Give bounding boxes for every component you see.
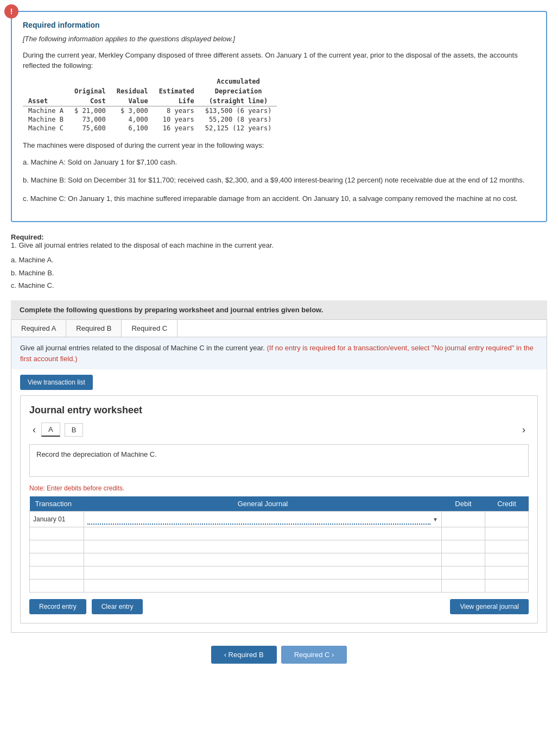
required-machine-b: b. Machine B. (11, 267, 547, 279)
nav-right-arrow[interactable]: › (519, 424, 529, 436)
credit-input-5[interactable] (489, 569, 525, 577)
credit-input-2[interactable] (489, 530, 525, 538)
nav-page-b[interactable]: B (65, 423, 84, 437)
transaction-cell-3 (30, 540, 84, 553)
info-text-main: Give all journal entries related to the … (20, 344, 265, 352)
nav-required-c-button[interactable]: Required C › (281, 646, 347, 664)
tab-info-text: Give all journal entries related to the … (11, 337, 547, 369)
debit-cell-5[interactable] (442, 566, 485, 579)
machine-c-desc: c. Machine C: On January 1, this machine… (23, 192, 535, 205)
general-journal-input-2[interactable] (87, 530, 438, 538)
required-machine-c: c. Machine C. (11, 279, 547, 292)
view-transaction-button[interactable]: View transaction list (20, 375, 93, 390)
nav-page-a[interactable]: A (41, 423, 60, 437)
journal-row-4 (30, 553, 529, 566)
machines-list: a. Machine A: Sold on January 1 for $7,1… (23, 156, 535, 205)
journal-table: Transaction General Journal Debit Credit… (29, 496, 529, 593)
transaction-cell-1: January 01 (30, 512, 84, 527)
instruction-bar: Complete the following questions by prep… (11, 300, 547, 319)
debit-cell-2[interactable] (442, 527, 485, 540)
table-row: Machine A $ 21,000 $ 3,000 8 years $13,5… (23, 106, 277, 115)
tab-required-a[interactable]: Required A (11, 320, 66, 337)
col-header-general-journal: General Journal (84, 496, 442, 512)
info-box-title: Required information (23, 21, 535, 29)
general-journal-cell-6[interactable] (84, 579, 442, 593)
credit-cell-2[interactable] (485, 527, 529, 540)
action-buttons: Record entry Clear entry View general jo… (29, 599, 529, 614)
debit-cell-1[interactable] (442, 512, 485, 527)
debit-cell-3[interactable] (442, 540, 485, 553)
bottom-nav: ‹ Required B Required C › (11, 646, 547, 675)
general-journal-input-3[interactable] (87, 543, 438, 551)
machine-a-desc: a. Machine A: Sold on January 1 for $7,1… (23, 156, 535, 168)
general-journal-input-5[interactable] (87, 569, 438, 577)
transaction-cell-4 (30, 553, 84, 566)
disposal-intro: The machines were disposed of during the… (23, 140, 535, 151)
dropdown-arrow-1[interactable]: ▼ (433, 516, 438, 522)
debit-cell-6[interactable] (442, 579, 485, 593)
debit-input-2[interactable] (445, 530, 481, 538)
table-row: Machine B 73,000 4,000 10 years 55,200 (… (23, 115, 277, 124)
required-question: 1. Give all journal entries related to t… (11, 241, 547, 249)
info-box-intro: During the current year, Merkley Company… (23, 50, 535, 71)
col-header-debit: Debit (442, 496, 485, 512)
col-header-credit: Credit (485, 496, 529, 512)
credit-input-3[interactable] (489, 543, 525, 551)
debit-cell-4[interactable] (442, 553, 485, 566)
general-journal-cell-1[interactable]: ▼ (84, 512, 442, 527)
general-journal-input-6[interactable] (87, 582, 438, 590)
transaction-cell-5 (30, 566, 84, 579)
assets-table: Accumulated Original Residual Estimated … (23, 77, 277, 133)
required-label: Required: (11, 233, 44, 241)
credit-cell-5[interactable] (485, 566, 529, 579)
journal-row-2 (30, 527, 529, 540)
general-journal-input-4[interactable] (87, 556, 438, 564)
exclamation-icon: ! (4, 4, 18, 18)
required-section: Required: 1. Give all journal entries re… (11, 233, 547, 292)
transaction-cell-6 (30, 579, 84, 593)
tab-required-b[interactable]: Required B (66, 320, 122, 337)
credit-input-6[interactable] (489, 582, 525, 590)
journal-row-1: January 01 ▼ (30, 512, 529, 527)
general-journal-cell-5[interactable] (84, 566, 442, 579)
note-text: Note: Enter debits before credits. (29, 484, 529, 492)
tab-required-c[interactable]: Required C (122, 320, 177, 337)
debit-input-1[interactable] (445, 516, 481, 524)
credit-cell-1[interactable] (485, 512, 529, 527)
record-entry-button[interactable]: Record entry (29, 599, 86, 614)
col-header-transaction: Transaction (30, 496, 84, 512)
general-journal-input-1[interactable] (87, 514, 430, 525)
worksheet-title: Journal entry worksheet (29, 405, 529, 416)
journal-row-6 (30, 579, 529, 593)
credit-cell-3[interactable] (485, 540, 529, 553)
debit-input-6[interactable] (445, 582, 481, 590)
view-general-journal-button[interactable]: View general journal (450, 599, 529, 614)
worksheet-nav: ‹ A B › (29, 423, 529, 437)
credit-input-1[interactable] (489, 516, 525, 524)
clear-entry-button[interactable]: Clear entry (92, 599, 143, 614)
instruction-text: Complete the following questions by prep… (20, 306, 323, 314)
nav-left-arrow[interactable]: ‹ (29, 424, 39, 436)
machine-b-desc: b. Machine B: Sold on December 31 for $1… (23, 174, 535, 186)
debit-input-3[interactable] (445, 543, 481, 551)
general-journal-cell-3[interactable] (84, 540, 442, 553)
required-machine-a: a. Machine A. (11, 254, 547, 266)
journal-row-5 (30, 566, 529, 579)
description-box: Record the depreciation of Machine C. (29, 444, 529, 477)
info-box: ! Required information [The following in… (11, 11, 547, 222)
description-text: Record the depreciation of Machine C. (36, 450, 157, 458)
info-box-subtitle: [The following information applies to th… (23, 34, 535, 45)
debit-input-4[interactable] (445, 556, 481, 564)
debit-input-5[interactable] (445, 569, 481, 577)
journal-row-3 (30, 540, 529, 553)
required-machines: a. Machine A. b. Machine B. c. Machine C… (11, 254, 547, 292)
credit-cell-6[interactable] (485, 579, 529, 593)
tab-section: Required A Required B Required C Give al… (11, 319, 547, 633)
nav-required-b-button[interactable]: ‹ Required B (211, 646, 277, 664)
worksheet-container: Journal entry worksheet ‹ A B › Record t… (20, 395, 538, 623)
general-journal-cell-4[interactable] (84, 553, 442, 566)
general-journal-cell-2[interactable] (84, 527, 442, 540)
tabs: Required A Required B Required C (11, 320, 547, 337)
credit-cell-4[interactable] (485, 553, 529, 566)
credit-input-4[interactable] (489, 556, 525, 564)
